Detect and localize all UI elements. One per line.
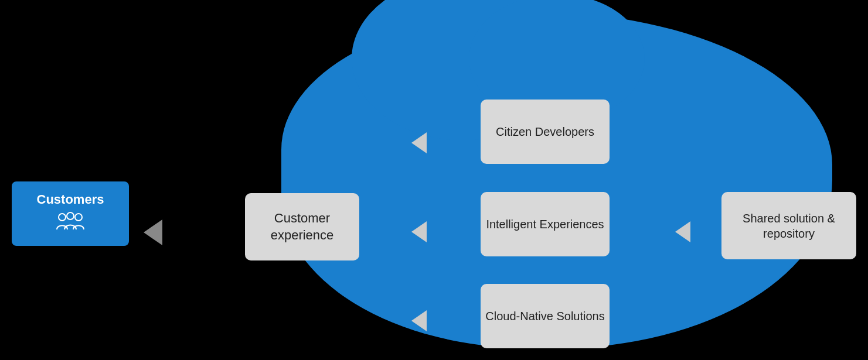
- shared-solution-box: Shared solution & repository: [721, 192, 856, 259]
- svg-point-1: [75, 214, 82, 221]
- arrow-to-shared-solution: [675, 221, 690, 242]
- svg-point-0: [59, 214, 66, 221]
- cloud-native-solutions-label: Cloud-Native Solutions: [485, 308, 604, 324]
- arrow-to-citizen-dev: [411, 132, 427, 153]
- arrow-to-intelligent-exp: [411, 221, 427, 242]
- citizen-developers-box: Citizen Developers: [481, 100, 610, 164]
- customers-icon: [56, 212, 84, 235]
- intelligent-experiences-label: Intelligent Experiences: [486, 217, 604, 232]
- shared-solution-label: Shared solution & repository: [721, 211, 856, 241]
- svg-point-2: [67, 212, 74, 220]
- arrow-to-cloud-native: [411, 310, 427, 331]
- intelligent-experiences-box: Intelligent Experiences: [481, 192, 610, 256]
- customer-experience-label: Customer experience: [245, 210, 359, 244]
- diagram-container: Customers Customer experience Citizen De…: [0, 0, 868, 360]
- customer-experience-box: Customer experience: [245, 193, 359, 260]
- cloud-native-solutions-box: Cloud-Native Solutions: [481, 284, 610, 348]
- customers-label: Customers: [37, 192, 104, 207]
- arrow-customers-to-cx: [144, 220, 162, 245]
- citizen-developers-label: Citizen Developers: [496, 124, 594, 139]
- customers-box: Customers: [12, 181, 129, 246]
